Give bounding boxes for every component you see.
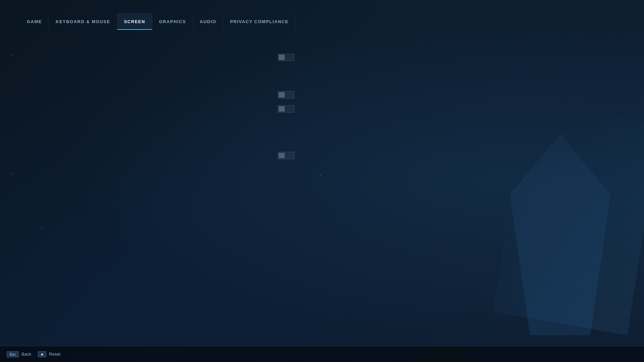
reset-button-label: Reset xyxy=(49,352,60,357)
tab-keyboard-mouse[interactable]: KEYBOARD & MOUSE xyxy=(49,13,117,30)
back-key-label: Esc xyxy=(10,352,16,356)
toggle-close-backpack-knob xyxy=(279,106,285,112)
back-button-key: Esc xyxy=(7,351,19,357)
tab-graphics[interactable]: GRAPHICS xyxy=(152,13,193,30)
tab-graphics-label: GRAPHICS xyxy=(159,19,186,24)
back-button-label: Back xyxy=(21,352,31,357)
tab-privacy-label: PRIVACY COMPLIANCE xyxy=(230,19,289,24)
back-button[interactable]: Esc Back xyxy=(7,351,31,357)
tab-screen-label: SCREEN xyxy=(124,19,145,24)
reset-button-key: ■ xyxy=(38,351,46,357)
toggle-item-pickup-tips-knob xyxy=(279,92,285,98)
toggle-item-pickup-tips-switch[interactable] xyxy=(278,91,294,99)
tab-audio[interactable]: AUDIO xyxy=(193,13,223,30)
bottom-bar: Esc Back ■ Reset xyxy=(0,346,644,362)
toggle-show-performance-switch[interactable] xyxy=(278,54,294,61)
toggle-rotating-perspective-knob xyxy=(279,153,285,158)
toggle-close-backpack-switch[interactable] xyxy=(278,105,294,113)
background-graphic xyxy=(409,0,644,362)
tab-audio-label: AUDIO xyxy=(200,19,216,24)
reset-key-label: ■ xyxy=(41,352,43,356)
tab-keyboard-mouse-label: KEYBOARD & MOUSE xyxy=(56,19,110,24)
decorative-plus-1: + xyxy=(10,52,13,58)
decorative-plus-2: + xyxy=(10,171,13,177)
main-container: + + + + UID:185145426207743904215|T Grap… xyxy=(0,0,644,362)
toggle-rotating-perspective-switch[interactable] xyxy=(278,152,294,159)
decorative-plus-3: + xyxy=(319,173,322,179)
toggle-show-performance-knob xyxy=(279,55,285,60)
tab-game-label: GAME xyxy=(27,19,42,24)
reset-button[interactable]: ■ Reset xyxy=(38,351,60,357)
decorative-plus-4: + xyxy=(40,225,43,231)
tab-game[interactable]: GAME xyxy=(20,13,49,30)
tab-privacy[interactable]: PRIVACY COMPLIANCE xyxy=(223,13,296,30)
tab-screen[interactable]: SCREEN xyxy=(117,13,152,30)
